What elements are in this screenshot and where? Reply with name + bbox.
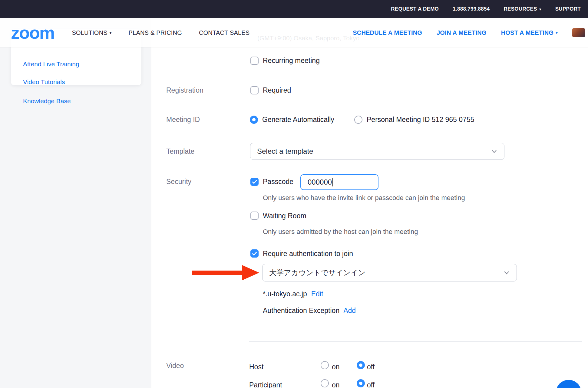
recurring-meeting-checkbox[interactable] [250, 57, 259, 65]
meeting-id-personal-label: Personal Meeting ID 512 965 0755 [367, 115, 474, 124]
participant-video-on-label: on [332, 380, 340, 388]
auth-domain-row: *.u-tokyo.ac.jp Edit [263, 289, 323, 299]
passcode-input[interactable]: 000000 [300, 174, 378, 190]
security-label: Security [166, 177, 191, 186]
text-cursor-icon [332, 178, 333, 186]
sidebar-item-video-tutorials[interactable]: Video Tutorials [23, 77, 65, 87]
host-meeting-label: HOST A MEETING [501, 29, 554, 36]
request-demo-link[interactable]: REQUEST A DEMO [391, 6, 439, 12]
registration-label: Registration [166, 85, 203, 95]
registration-required-label: Required [263, 85, 291, 95]
help-button[interactable] [556, 380, 581, 388]
section-divider [249, 341, 582, 342]
registration-required-checkbox[interactable] [250, 86, 259, 94]
resources-label: RESOURCES [504, 6, 537, 12]
video-participant-label: Participant [249, 380, 282, 388]
require-auth-label: Require authentication to join [263, 249, 353, 258]
main-nav: zoom SOLUTIONS ▾ PLANS & PRICING CONTACT… [0, 18, 588, 47]
passcode-label: Passcode [263, 177, 293, 186]
check-icon [252, 180, 257, 184]
waiting-room-label: Waiting Room [263, 211, 306, 221]
participant-video-off-label: off [367, 380, 375, 388]
nav-left-links: SOLUTIONS ▾ PLANS & PRICING CONTACT SALE… [72, 29, 249, 36]
zoom-logo[interactable]: zoom [11, 24, 54, 41]
chevron-down-icon [503, 269, 510, 276]
require-auth-checkbox[interactable] [250, 249, 259, 258]
template-select-value: Select a template [257, 147, 313, 156]
waiting-room-help-text: Only users admitted by the host can join… [263, 227, 418, 237]
check-icon [252, 252, 257, 255]
chevron-down-icon: ▾ [556, 31, 558, 35]
passcode-help-text: Only users who have the invite link or p… [263, 193, 465, 203]
auth-exception-row: Authentication Exception Add [263, 306, 356, 315]
sidebar-item-knowledge-base[interactable]: Knowledge Base [23, 97, 71, 106]
add-exception-link[interactable]: Add [343, 306, 356, 315]
host-video-on-label: on [332, 362, 340, 372]
auth-method-select[interactable]: 大学アカウントでサインイン [262, 264, 517, 281]
meeting-id-label: Meeting ID [166, 115, 200, 124]
profile-avatar[interactable] [572, 28, 585, 37]
passcode-checkbox[interactable] [250, 178, 259, 186]
resources-menu[interactable]: RESOURCES ▾ [504, 6, 541, 12]
host-video-off-label: off [367, 362, 375, 372]
edit-domain-link[interactable]: Edit [311, 289, 323, 299]
chevron-down-icon: ▾ [110, 31, 112, 35]
nav-right-links: SCHEDULE A MEETING JOIN A MEETING HOST A… [353, 28, 588, 37]
host-video-on-radio[interactable] [321, 361, 329, 369]
host-video-off-radio[interactable] [357, 361, 365, 369]
waiting-room-checkbox[interactable] [250, 212, 259, 220]
nav-contact-sales-link[interactable]: CONTACT SALES [199, 29, 249, 36]
auth-exception-label: Authentication Exception [263, 306, 339, 315]
meeting-id-generate-radio[interactable] [250, 116, 258, 124]
template-select[interactable]: Select a template [250, 143, 504, 160]
nav-solutions-menu[interactable]: SOLUTIONS ▾ [72, 29, 111, 36]
chevron-down-icon: ▾ [539, 7, 541, 11]
chevron-down-icon [491, 148, 497, 155]
passcode-value: 000000 [308, 178, 332, 186]
auth-method-value: 大学アカウントでサインイン [269, 268, 365, 278]
red-arrow-annotation-icon [191, 264, 260, 282]
zoom-schedule-meeting-page: Attend Live Training Video Tutorials Kno… [0, 0, 588, 388]
phone-number-link[interactable]: 1.888.799.8854 [453, 6, 490, 12]
host-meeting-menu[interactable]: HOST A MEETING ▾ [501, 29, 558, 36]
solutions-label: SOLUTIONS [72, 29, 107, 36]
join-meeting-link[interactable]: JOIN A MEETING [437, 29, 487, 36]
meeting-id-generate-label: Generate Automatically [262, 115, 334, 124]
schedule-meeting-link[interactable]: SCHEDULE A MEETING [353, 29, 422, 36]
sidebar-item-live-training[interactable]: Attend Live Training [23, 60, 79, 69]
support-link[interactable]: SUPPORT [555, 6, 581, 12]
utility-bar: REQUEST A DEMO 1.888.799.8854 RESOURCES … [0, 0, 588, 18]
video-host-label: Host [249, 362, 263, 372]
video-label: Video [166, 361, 184, 370]
nav-plans-pricing-link[interactable]: PLANS & PRICING [129, 29, 182, 36]
meeting-id-personal-radio[interactable] [354, 116, 362, 124]
template-label: Template [166, 146, 194, 156]
participant-video-off-radio[interactable] [357, 379, 365, 387]
recurring-meeting-label: Recurring meeting [263, 56, 320, 65]
auth-domain-value: *.u-tokyo.ac.jp [263, 289, 307, 299]
participant-video-on-radio[interactable] [321, 379, 329, 387]
